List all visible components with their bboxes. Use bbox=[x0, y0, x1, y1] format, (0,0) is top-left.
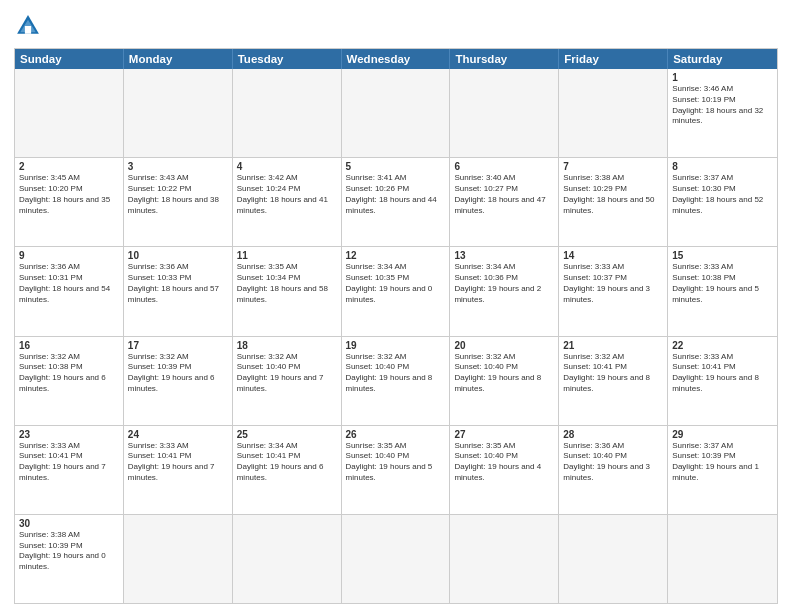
header bbox=[14, 12, 778, 40]
empty-cell bbox=[668, 515, 777, 603]
day-number: 26 bbox=[346, 429, 446, 440]
day-cell-18: 18Sunrise: 3:32 AM Sunset: 10:40 PM Dayl… bbox=[233, 337, 342, 425]
day-cell-23: 23Sunrise: 3:33 AM Sunset: 10:41 PM Dayl… bbox=[15, 426, 124, 514]
empty-cell bbox=[342, 515, 451, 603]
cell-info: Sunrise: 3:33 AM Sunset: 10:38 PM Daylig… bbox=[672, 262, 773, 305]
weekday-header-sunday: Sunday bbox=[15, 49, 124, 69]
day-number: 20 bbox=[454, 340, 554, 351]
weekday-header-saturday: Saturday bbox=[668, 49, 777, 69]
day-cell-24: 24Sunrise: 3:33 AM Sunset: 10:41 PM Dayl… bbox=[124, 426, 233, 514]
cell-info: Sunrise: 3:32 AM Sunset: 10:39 PM Daylig… bbox=[128, 352, 228, 395]
day-number: 21 bbox=[563, 340, 663, 351]
cell-info: Sunrise: 3:33 AM Sunset: 10:37 PM Daylig… bbox=[563, 262, 663, 305]
cell-info: Sunrise: 3:46 AM Sunset: 10:19 PM Daylig… bbox=[672, 84, 773, 127]
day-number: 1 bbox=[672, 72, 773, 83]
day-cell-4: 4Sunrise: 3:42 AM Sunset: 10:24 PM Dayli… bbox=[233, 158, 342, 246]
day-number: 6 bbox=[454, 161, 554, 172]
day-number: 12 bbox=[346, 250, 446, 261]
cell-info: Sunrise: 3:34 AM Sunset: 10:35 PM Daylig… bbox=[346, 262, 446, 305]
day-number: 7 bbox=[563, 161, 663, 172]
weekday-header-monday: Monday bbox=[124, 49, 233, 69]
cell-info: Sunrise: 3:36 AM Sunset: 10:40 PM Daylig… bbox=[563, 441, 663, 484]
page: SundayMondayTuesdayWednesdayThursdayFrid… bbox=[0, 0, 792, 612]
calendar-row-2: 9Sunrise: 3:36 AM Sunset: 10:31 PM Dayli… bbox=[15, 246, 777, 335]
day-cell-25: 25Sunrise: 3:34 AM Sunset: 10:41 PM Dayl… bbox=[233, 426, 342, 514]
day-number: 24 bbox=[128, 429, 228, 440]
day-cell-19: 19Sunrise: 3:32 AM Sunset: 10:40 PM Dayl… bbox=[342, 337, 451, 425]
calendar-row-3: 16Sunrise: 3:32 AM Sunset: 10:38 PM Dayl… bbox=[15, 336, 777, 425]
day-cell-14: 14Sunrise: 3:33 AM Sunset: 10:37 PM Dayl… bbox=[559, 247, 668, 335]
cell-info: Sunrise: 3:45 AM Sunset: 10:20 PM Daylig… bbox=[19, 173, 119, 216]
cell-info: Sunrise: 3:38 AM Sunset: 10:39 PM Daylig… bbox=[19, 530, 119, 573]
cell-info: Sunrise: 3:32 AM Sunset: 10:40 PM Daylig… bbox=[454, 352, 554, 395]
calendar: SundayMondayTuesdayWednesdayThursdayFrid… bbox=[14, 48, 778, 604]
day-cell-28: 28Sunrise: 3:36 AM Sunset: 10:40 PM Dayl… bbox=[559, 426, 668, 514]
cell-info: Sunrise: 3:32 AM Sunset: 10:40 PM Daylig… bbox=[346, 352, 446, 395]
day-cell-26: 26Sunrise: 3:35 AM Sunset: 10:40 PM Dayl… bbox=[342, 426, 451, 514]
day-cell-13: 13Sunrise: 3:34 AM Sunset: 10:36 PM Dayl… bbox=[450, 247, 559, 335]
day-cell-8: 8Sunrise: 3:37 AM Sunset: 10:30 PM Dayli… bbox=[668, 158, 777, 246]
empty-cell bbox=[450, 515, 559, 603]
cell-info: Sunrise: 3:34 AM Sunset: 10:41 PM Daylig… bbox=[237, 441, 337, 484]
cell-info: Sunrise: 3:33 AM Sunset: 10:41 PM Daylig… bbox=[19, 441, 119, 484]
empty-cell bbox=[450, 69, 559, 157]
cell-info: Sunrise: 3:38 AM Sunset: 10:29 PM Daylig… bbox=[563, 173, 663, 216]
day-number: 29 bbox=[672, 429, 773, 440]
cell-info: Sunrise: 3:32 AM Sunset: 10:40 PM Daylig… bbox=[237, 352, 337, 395]
empty-cell bbox=[124, 515, 233, 603]
day-number: 23 bbox=[19, 429, 119, 440]
cell-info: Sunrise: 3:35 AM Sunset: 10:40 PM Daylig… bbox=[346, 441, 446, 484]
day-number: 3 bbox=[128, 161, 228, 172]
day-number: 2 bbox=[19, 161, 119, 172]
empty-cell bbox=[342, 69, 451, 157]
calendar-body: 1Sunrise: 3:46 AM Sunset: 10:19 PM Dayli… bbox=[15, 69, 777, 603]
cell-info: Sunrise: 3:36 AM Sunset: 10:31 PM Daylig… bbox=[19, 262, 119, 305]
day-number: 14 bbox=[563, 250, 663, 261]
day-number: 15 bbox=[672, 250, 773, 261]
weekday-header-thursday: Thursday bbox=[450, 49, 559, 69]
cell-info: Sunrise: 3:36 AM Sunset: 10:33 PM Daylig… bbox=[128, 262, 228, 305]
empty-cell bbox=[124, 69, 233, 157]
day-number: 30 bbox=[19, 518, 119, 529]
day-cell-11: 11Sunrise: 3:35 AM Sunset: 10:34 PM Dayl… bbox=[233, 247, 342, 335]
day-number: 5 bbox=[346, 161, 446, 172]
day-number: 13 bbox=[454, 250, 554, 261]
empty-cell bbox=[233, 515, 342, 603]
cell-info: Sunrise: 3:33 AM Sunset: 10:41 PM Daylig… bbox=[672, 352, 773, 395]
cell-info: Sunrise: 3:35 AM Sunset: 10:34 PM Daylig… bbox=[237, 262, 337, 305]
calendar-header: SundayMondayTuesdayWednesdayThursdayFrid… bbox=[15, 49, 777, 69]
day-cell-15: 15Sunrise: 3:33 AM Sunset: 10:38 PM Dayl… bbox=[668, 247, 777, 335]
cell-info: Sunrise: 3:37 AM Sunset: 10:30 PM Daylig… bbox=[672, 173, 773, 216]
day-cell-2: 2Sunrise: 3:45 AM Sunset: 10:20 PM Dayli… bbox=[15, 158, 124, 246]
weekday-header-tuesday: Tuesday bbox=[233, 49, 342, 69]
day-cell-3: 3Sunrise: 3:43 AM Sunset: 10:22 PM Dayli… bbox=[124, 158, 233, 246]
cell-info: Sunrise: 3:43 AM Sunset: 10:22 PM Daylig… bbox=[128, 173, 228, 216]
day-number: 16 bbox=[19, 340, 119, 351]
empty-cell bbox=[559, 69, 668, 157]
day-cell-10: 10Sunrise: 3:36 AM Sunset: 10:33 PM Dayl… bbox=[124, 247, 233, 335]
day-cell-9: 9Sunrise: 3:36 AM Sunset: 10:31 PM Dayli… bbox=[15, 247, 124, 335]
empty-cell bbox=[233, 69, 342, 157]
day-number: 27 bbox=[454, 429, 554, 440]
day-number: 11 bbox=[237, 250, 337, 261]
weekday-header-friday: Friday bbox=[559, 49, 668, 69]
day-number: 17 bbox=[128, 340, 228, 351]
cell-info: Sunrise: 3:32 AM Sunset: 10:38 PM Daylig… bbox=[19, 352, 119, 395]
day-number: 10 bbox=[128, 250, 228, 261]
day-cell-12: 12Sunrise: 3:34 AM Sunset: 10:35 PM Dayl… bbox=[342, 247, 451, 335]
cell-info: Sunrise: 3:37 AM Sunset: 10:39 PM Daylig… bbox=[672, 441, 773, 484]
calendar-row-5: 30Sunrise: 3:38 AM Sunset: 10:39 PM Dayl… bbox=[15, 514, 777, 603]
calendar-row-0: 1Sunrise: 3:46 AM Sunset: 10:19 PM Dayli… bbox=[15, 69, 777, 157]
day-cell-21: 21Sunrise: 3:32 AM Sunset: 10:41 PM Dayl… bbox=[559, 337, 668, 425]
day-cell-27: 27Sunrise: 3:35 AM Sunset: 10:40 PM Dayl… bbox=[450, 426, 559, 514]
day-number: 25 bbox=[237, 429, 337, 440]
calendar-row-4: 23Sunrise: 3:33 AM Sunset: 10:41 PM Dayl… bbox=[15, 425, 777, 514]
day-cell-16: 16Sunrise: 3:32 AM Sunset: 10:38 PM Dayl… bbox=[15, 337, 124, 425]
day-number: 28 bbox=[563, 429, 663, 440]
day-number: 9 bbox=[19, 250, 119, 261]
cell-info: Sunrise: 3:34 AM Sunset: 10:36 PM Daylig… bbox=[454, 262, 554, 305]
day-cell-22: 22Sunrise: 3:33 AM Sunset: 10:41 PM Dayl… bbox=[668, 337, 777, 425]
day-number: 19 bbox=[346, 340, 446, 351]
cell-info: Sunrise: 3:35 AM Sunset: 10:40 PM Daylig… bbox=[454, 441, 554, 484]
day-cell-7: 7Sunrise: 3:38 AM Sunset: 10:29 PM Dayli… bbox=[559, 158, 668, 246]
